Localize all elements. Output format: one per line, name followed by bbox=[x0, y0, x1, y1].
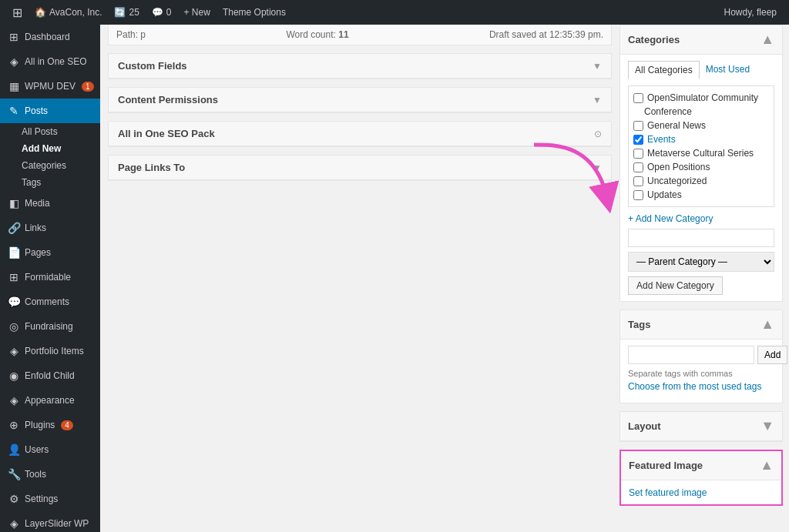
cat-item-events: Events bbox=[633, 132, 769, 146]
wp-logo-button[interactable]: ⊞ bbox=[6, 0, 29, 25]
tag-input-row: Add bbox=[628, 346, 774, 364]
sidebar-label-plugins: Plugins bbox=[25, 420, 55, 430]
categories-widget-header[interactable]: Categories ▲ bbox=[620, 25, 782, 55]
layout-widget-title: Layout bbox=[628, 420, 661, 432]
tag-input[interactable] bbox=[628, 346, 754, 364]
word-count-num: 11 bbox=[338, 29, 348, 40]
cat-item-metaverse: Metaverse Cultural Series bbox=[633, 146, 769, 160]
posts-arrow-icon: ◀ bbox=[87, 105, 94, 116]
aio-seo-pack-header[interactable]: All in One SEO Pack ⊙ bbox=[109, 122, 611, 146]
choose-most-used-tags-link[interactable]: Choose from the most used tags bbox=[628, 381, 774, 392]
add-new-category-link[interactable]: + Add New Category bbox=[628, 213, 774, 224]
custom-fields-metabox: Custom Fields ▼ bbox=[108, 53, 612, 79]
sidebar-item-pages[interactable]: 📄 Pages bbox=[0, 240, 100, 265]
tags-widget-title: Tags bbox=[628, 319, 650, 330]
sidebar-item-posts[interactable]: ✎ Posts ◀ bbox=[0, 99, 100, 123]
custom-fields-toggle-icon: ▼ bbox=[593, 61, 602, 72]
sidebar-item-formidable[interactable]: ⊞ Formidable bbox=[0, 265, 100, 289]
howdy-button[interactable]: Howdy, fleep bbox=[718, 0, 783, 25]
aio-seo-toggle-icon: ⊙ bbox=[594, 129, 602, 139]
word-count-label: Word count: bbox=[286, 29, 335, 40]
sidebar-item-plugins[interactable]: ⊕ Plugins 4 bbox=[0, 413, 100, 437]
new-label: + New bbox=[184, 7, 210, 18]
sidebar-label-layerslider: LayerSlider WP bbox=[25, 518, 89, 529]
new-content-button[interactable]: + New bbox=[178, 0, 217, 25]
admin-bar: ⊞ 🏠 AvaCon, Inc. 🔄 25 💬 0 + New Theme Op… bbox=[0, 0, 789, 25]
set-featured-image-link[interactable]: Set featured image bbox=[629, 487, 707, 498]
sidebar-label-comments: Comments bbox=[25, 296, 69, 307]
site-name-button[interactable]: 🏠 AvaCon, Inc. bbox=[29, 0, 108, 25]
cat-checkbox-updates[interactable] bbox=[633, 190, 643, 200]
tags-widget-header[interactable]: Tags ▲ bbox=[620, 310, 782, 340]
site-icon: 🏠 bbox=[35, 7, 46, 18]
sidebar-sub-tags[interactable]: Tags bbox=[0, 174, 100, 191]
sidebar-item-enfold-child[interactable]: ◉ Enfold Child bbox=[0, 363, 100, 388]
cat-checkbox-open-positions[interactable] bbox=[633, 162, 643, 172]
categories-widget-body: All Categories Most Used OpenSimulator C… bbox=[620, 55, 782, 301]
sidebar-sub-all-posts[interactable]: All Posts bbox=[0, 123, 100, 140]
sidebar-sub-categories[interactable]: Categories bbox=[0, 157, 100, 174]
sidebar-item-media[interactable]: ◧ Media bbox=[0, 191, 100, 216]
sidebar-item-settings[interactable]: ⚙ Settings bbox=[0, 487, 100, 511]
tab-most-used[interactable]: Most Used bbox=[700, 61, 756, 79]
sidebar-item-users[interactable]: 👤 Users bbox=[0, 437, 100, 462]
custom-fields-header[interactable]: Custom Fields ▼ bbox=[109, 54, 611, 79]
parent-category-select[interactable]: — Parent Category — bbox=[628, 252, 774, 272]
sidebar-item-portfolio-items[interactable]: ◈ Portfolio Items bbox=[0, 339, 100, 363]
tab-all-categories[interactable]: All Categories bbox=[628, 61, 700, 79]
sidebar-item-fundraising[interactable]: ◎ Fundraising bbox=[0, 314, 100, 339]
sidebar-sub-add-new[interactable]: Add New bbox=[0, 140, 100, 157]
content-permissions-metabox: Content Permissions ▼ bbox=[108, 87, 612, 113]
sidebar-item-comments[interactable]: 💬 Comments bbox=[0, 289, 100, 314]
sidebar-label-formidable: Formidable bbox=[25, 272, 71, 283]
path-label: Path: p bbox=[116, 29, 146, 40]
sidebar-item-wpmu-dev[interactable]: ▦ WPMU DEV 1 bbox=[0, 74, 100, 99]
users-icon: 👤 bbox=[8, 443, 20, 456]
featured-image-header[interactable]: Featured Image ▲ bbox=[621, 451, 781, 480]
featured-image-body: Set featured image bbox=[621, 480, 781, 504]
cat-checkbox-general-news[interactable] bbox=[633, 121, 643, 131]
categories-collapse-icon: ▲ bbox=[760, 32, 774, 48]
draft-saved-status: Draft saved at 12:35:39 pm. bbox=[489, 29, 603, 40]
editor-area: Path: p Word count: 11 Draft saved at 12… bbox=[100, 25, 619, 532]
site-name: AvaCon, Inc. bbox=[49, 7, 102, 18]
sidebar-label-links: Links bbox=[25, 223, 46, 233]
sidebar-item-dashboard[interactable]: ⊞ Dashboard bbox=[0, 25, 100, 49]
sidebar-label-wpmu: WPMU DEV bbox=[25, 81, 76, 92]
wpmu-icon: ▦ bbox=[8, 80, 20, 92]
sidebar-item-links[interactable]: 🔗 Links bbox=[0, 216, 100, 240]
add-category-button[interactable]: Add New Category bbox=[628, 276, 723, 295]
plugins-icon: ⊕ bbox=[8, 419, 20, 431]
custom-fields-title: Custom Fields bbox=[118, 60, 187, 72]
updates-count: 25 bbox=[129, 7, 139, 18]
dashboard-icon: ⊞ bbox=[8, 31, 20, 43]
tags-widget: Tags ▲ Add Separate tags with commas Cho… bbox=[619, 309, 783, 403]
page-links-to-title: Page Links To bbox=[118, 162, 185, 173]
updates-button[interactable]: 🔄 25 bbox=[108, 0, 145, 25]
comments-button[interactable]: 💬 0 bbox=[146, 0, 178, 25]
new-category-input[interactable] bbox=[628, 229, 774, 247]
cat-item-general-news: General News bbox=[633, 119, 769, 132]
sidebar-item-appearance[interactable]: ◈ Appearance bbox=[0, 388, 100, 413]
layout-widget-header[interactable]: Layout ▼ bbox=[620, 412, 782, 441]
cat-item-conference: Conference bbox=[633, 105, 769, 119]
page-links-to-header[interactable]: Page Links To ▼ bbox=[109, 156, 611, 180]
tag-add-button[interactable]: Add bbox=[757, 346, 787, 364]
sidebar-item-tools[interactable]: 🔧 Tools bbox=[0, 462, 100, 487]
posts-icon: ✎ bbox=[8, 105, 20, 117]
sidebar-label-portfolio: Portfolio Items bbox=[25, 346, 84, 356]
cat-checkbox-opensim[interactable] bbox=[633, 93, 643, 103]
page-links-toggle-icon: ▼ bbox=[593, 162, 602, 173]
cat-checkbox-metaverse[interactable] bbox=[633, 149, 643, 159]
cat-checkbox-uncategorized[interactable] bbox=[633, 176, 643, 186]
content-permissions-header[interactable]: Content Permissions ▼ bbox=[109, 88, 611, 112]
layout-collapse-icon: ▼ bbox=[760, 418, 774, 434]
cat-checkbox-events[interactable] bbox=[633, 135, 643, 145]
sidebar-item-layerslider[interactable]: ◈ LayerSlider WP bbox=[0, 511, 100, 532]
theme-options-button[interactable]: Theme Options bbox=[217, 0, 292, 25]
content-permissions-title: Content Permissions bbox=[118, 94, 218, 105]
featured-image-collapse-icon: ▲ bbox=[760, 457, 774, 473]
wpmu-badge: 1 bbox=[82, 82, 94, 92]
sidebar-item-all-in-one-seo[interactable]: ◈ All in One SEO bbox=[0, 49, 100, 74]
updates-icon: 🔄 bbox=[114, 7, 126, 18]
